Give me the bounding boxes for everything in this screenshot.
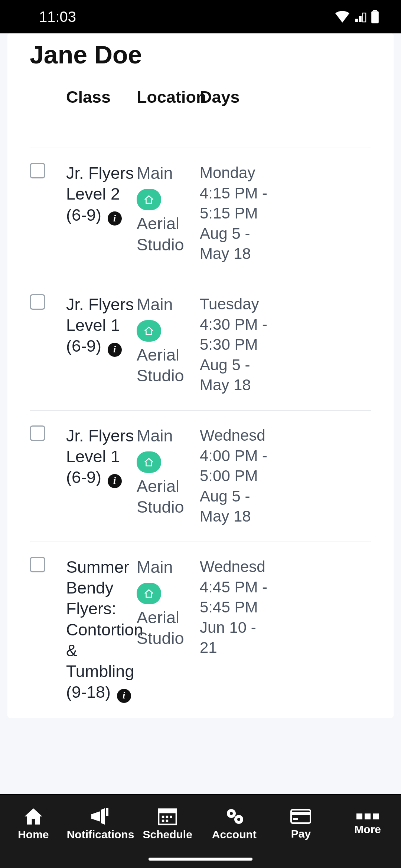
content-area: Jane Doe Class Location Days Jr. Flyers … [0,33,401,718]
svg-rect-18 [365,813,371,819]
svg-rect-16 [293,818,298,820]
svg-rect-9 [166,820,169,822]
home-icon [24,808,43,825]
svg-rect-8 [162,820,164,822]
home-icon [137,583,161,604]
home-icon [137,189,161,210]
status-bar: 11:03 [0,0,401,33]
home-indicator [149,858,252,861]
location-cell: Main Aerial Studio [137,294,200,387]
student-name: Jane Doe [19,33,382,88]
class-name-cell: Jr. Flyers Level 1 (6-9) i [66,425,137,488]
svg-rect-7 [170,816,173,818]
location-cell: Main Aerial Studio [137,425,200,518]
svg-rect-1 [371,11,379,23]
wifi-icon [335,11,350,23]
svg-rect-5 [162,816,164,818]
select-checkbox[interactable] [30,163,45,178]
svg-rect-14 [291,810,310,823]
location-room: Aerial Studio [137,476,200,518]
nav-home[interactable]: Home [0,795,67,868]
table-row: Jr. Flyers Level 1 (6-9) i Main Aerial S… [30,279,371,411]
svg-rect-15 [291,812,310,815]
home-icon [137,320,161,342]
status-icons [335,10,379,23]
nav-schedule[interactable]: Schedule [134,795,201,868]
calendar-icon [158,808,177,825]
class-name-cell: Jr. Flyers Level 1 (6-9) i [66,294,137,357]
svg-rect-6 [166,816,169,818]
location-cell: Main Aerial Studio [137,163,200,255]
status-time: 11:03 [39,9,76,25]
info-icon[interactable]: i [117,689,131,703]
svg-point-11 [230,812,233,815]
nav-label: Account [212,828,257,841]
svg-rect-4 [159,809,176,813]
location-room: Aerial Studio [137,213,200,255]
select-checkbox[interactable] [30,557,45,572]
svg-point-13 [237,818,240,821]
table-row: Jr. Flyers Level 1 (6-9) i Main Aerial S… [30,411,371,542]
location-room: Aerial Studio [137,345,200,387]
select-checkbox[interactable] [30,294,45,310]
header-class: Class [66,88,137,107]
nav-label: Home [18,828,49,841]
nav-label: Schedule [143,828,192,841]
header-days: Days [200,88,248,107]
info-icon[interactable]: i [108,474,122,488]
location-room: Aerial Studio [137,607,200,649]
nav-label: More [354,823,381,836]
more-icon [356,813,379,820]
class-name-cell: Jr. Flyers Level 2 (6-9) i [66,163,137,226]
location-main: Main [137,163,200,184]
nav-pay[interactable]: Pay [268,795,335,868]
gear-icon [224,808,245,825]
header-location: Location [137,88,200,107]
table-row: Jr. Flyers Level 2 (6-9) i Main Aerial S… [30,148,371,279]
select-checkbox[interactable] [30,425,45,441]
nav-label: Notifications [67,828,134,841]
info-icon[interactable]: i [108,211,122,226]
location-main: Main [137,425,200,446]
table-header: Class Location Days [30,88,371,148]
card-icon [290,808,311,825]
nav-notifications[interactable]: Notifications [67,795,134,868]
info-icon[interactable]: i [108,343,122,357]
days-cell: Wednesd 4:45 PM - 5:45 PM Jun 10 - 21 [200,557,248,658]
days-cell: Wednesd 4:00 PM - 5:00 PM Aug 5 - May 18 [200,425,248,527]
home-icon [137,451,161,473]
signal-icon [354,11,367,23]
location-main: Main [137,294,200,315]
megaphone-icon [90,808,111,825]
table-row: Summer Bendy Flyers: Contortion & Tumbli… [30,542,371,718]
nav-more[interactable]: More [334,795,401,868]
svg-rect-17 [356,813,362,819]
battery-icon [371,10,379,23]
card: Jane Doe Class Location Days Jr. Flyers … [7,33,394,718]
svg-rect-19 [373,813,379,819]
nav-label: Pay [291,828,311,840]
days-cell: Monday 4:15 PM - 5:15 PM Aug 5 - May 18 [200,163,248,264]
location-cell: Main Aerial Studio [137,557,200,649]
class-name-cell: Summer Bendy Flyers: Contortion & Tumbli… [66,557,137,703]
svg-rect-2 [106,808,108,816]
nav-account[interactable]: Account [201,795,268,868]
svg-rect-0 [373,10,377,11]
location-main: Main [137,557,200,578]
bottom-nav: Home Notifications Schedule Account Pay … [0,794,401,868]
days-cell: Tuesday 4:30 PM - 5:30 PM Aug 5 - May 18 [200,294,248,395]
